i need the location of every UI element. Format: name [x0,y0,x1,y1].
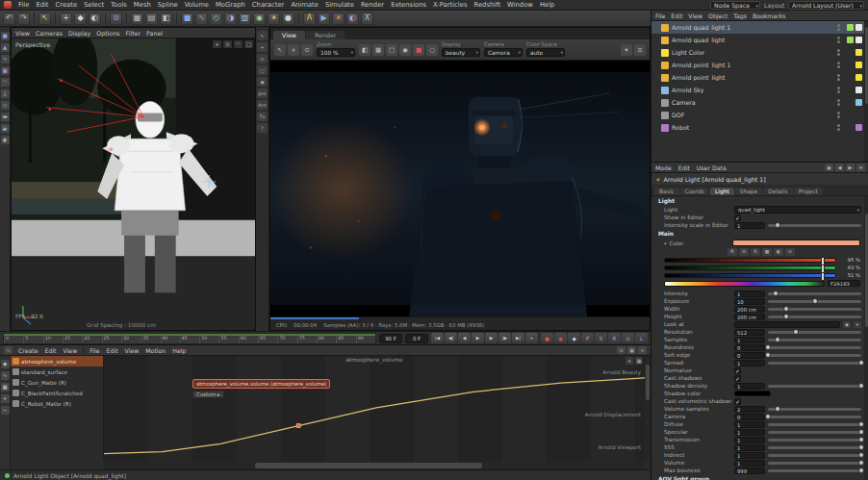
attr-value-field[interactable]: 512 [734,329,765,336]
attr-value-field[interactable]: 1 [734,437,765,443]
object-row-arnold-point-light-1[interactable]: Arnold point_light 1 [651,59,864,71]
render-view-tab-render[interactable]: Render [306,31,345,39]
menu-item-simulate[interactable]: Simulate [325,1,354,9]
attribute-tab-light[interactable]: Light [710,188,734,195]
ruler-tick-25[interactable]: 25 [102,334,121,343]
blue-channel-value[interactable]: 51 % [839,272,860,278]
menu-item-extensions[interactable]: Extensions [391,1,426,9]
slider-knob[interactable] [765,414,771,419]
menu-item-file[interactable]: File [18,1,29,9]
attribute-menu-item-user-data[interactable]: User Data [697,164,727,171]
attr-slider[interactable] [768,439,861,442]
add-pyramid-icon[interactable]: ▲ [1,43,10,52]
scale-tool-icon[interactable]: ◆ [74,13,87,25]
object-row-arnold-quad-light[interactable]: Arnold quad_light [651,34,864,46]
ruler-tick-5[interactable]: 5 [23,334,42,343]
end-frame-field[interactable]: 90 F [379,334,402,343]
timeline-menu-item-help[interactable]: Help [172,347,186,354]
instance-icon[interactable]: ◇ [1,101,10,110]
timeline-ruler[interactable]: 051015202530354045505560657075808590 [3,333,376,344]
record-pla-button[interactable]: L [635,333,648,343]
prev-frame-button[interactable]: ◀ [458,333,471,343]
add-light-icon[interactable]: ☀ [268,13,280,25]
add-camera-icon[interactable]: ◉ [253,13,266,25]
kelvin-mode-button[interactable]: K [751,248,760,256]
key-mode-icon[interactable]: ◆ [1,360,10,368]
green-channel-value[interactable]: 63 % [839,265,860,270]
attr-slider[interactable] [768,462,861,465]
attr-value-field[interactable]: 1 [734,460,765,467]
motion-mode-icon[interactable]: ▦ [1,383,10,392]
object-tag-icon[interactable] [855,37,862,43]
move-tool-icon[interactable]: + [60,13,72,25]
object-tag-icon[interactable] [847,24,854,31]
attr-slider[interactable] [768,385,861,388]
ruler-tick-20[interactable]: 20 [82,334,101,343]
zoom-icon[interactable]: ⊙ [257,54,268,63]
add-generator-icon[interactable]: ◇ [210,13,222,25]
visibility-dots[interactable] [837,74,840,81]
slider-knob[interactable] [773,291,779,296]
pro-button[interactable]: pro [257,88,268,98]
rv-stop-icon[interactable]: ■ [413,44,424,56]
next-key-button[interactable]: |▶ [498,333,511,343]
current-frame-field[interactable]: 0 F [405,334,428,343]
object-tag-icon[interactable] [847,37,854,43]
render-view-icon[interactable]: ▦ [131,13,143,25]
visibility-dots[interactable] [837,124,840,131]
rv-zoom-icon[interactable]: ⊙ [301,44,313,56]
object-row-arnold-quad-light-1[interactable]: Arnold quad_light 1 [651,21,864,34]
attr-slider[interactable] [768,416,861,418]
object-row-camera[interactable]: Camera [651,96,864,109]
attr-checkbox[interactable]: ✓ [734,398,741,405]
timeline-menu-item-motion[interactable]: Motion [145,347,166,354]
slider-knob[interactable] [783,306,789,312]
ruler-tick-90[interactable]: 90 [356,334,375,343]
menu-item-tools[interactable]: Tools [111,1,127,9]
help-icon[interactable]: ? [257,123,268,133]
color-palette-strip[interactable] [664,281,825,287]
live-selection-icon[interactable]: ↖ [38,13,51,25]
add-material-icon[interactable]: ● [282,13,294,25]
selected-key-interpolation[interactable]: Custom ▸ [192,391,224,398]
subdivision-surface-icon[interactable]: ▦ [1,66,10,75]
timeline-menu-item-edit[interactable]: Edit [45,347,57,354]
rv-aov-icon[interactable]: ▾ [621,44,632,56]
menu-item-mesh[interactable]: Mesh [134,1,151,9]
attr-value-field[interactable]: 1 [734,421,765,428]
colorspace-dropdown[interactable]: auto [526,48,565,57]
object-row-arnold-sky[interactable]: Arnold Sky [651,84,864,96]
menu-item-volume[interactable]: Volume [185,1,209,9]
slider-knob[interactable] [793,329,799,335]
arnold-light-icon[interactable]: ☀ [332,13,345,25]
attr-checkbox[interactable]: ✓ [734,215,741,221]
attr-slider[interactable] [768,446,861,449]
next-frame-button[interactable]: ▶ [485,333,498,343]
attr-slider[interactable] [768,308,861,311]
lock-icon[interactable]: ◉ [825,164,833,171]
slider-knob[interactable] [775,222,780,228]
blue-channel-slider[interactable] [664,273,836,278]
add-deformer-icon[interactable]: ◑ [224,13,237,25]
timeline-menu-item-view[interactable]: View [125,347,140,354]
pointer-icon[interactable]: ↖ [257,31,268,40]
slider-knob[interactable] [775,406,780,412]
pan-view-icon[interactable]: + [213,40,221,48]
rotate-view-icon[interactable]: ◠ [234,40,243,48]
toggle-view-icon[interactable]: □ [244,40,253,48]
expand-icon[interactable]: ▾ [664,240,667,246]
add-cube-icon[interactable]: ■ [1,32,10,40]
attr-slider[interactable] [768,331,861,334]
atmosphere_volume[interactable]: atmosphere_volume [11,356,103,366]
rv-pan-icon[interactable]: + [288,44,299,56]
timeline-menu-item-edit[interactable]: Edit [107,347,118,354]
attr-slider[interactable] [768,423,861,426]
visibility-dots[interactable] [837,37,840,43]
object-tag-icon[interactable] [855,74,862,81]
ruler-tick-75[interactable]: 75 [297,334,317,343]
ruler-tick-45[interactable]: 45 [180,334,199,343]
object-tag-icon[interactable] [855,24,862,31]
record-position-button[interactable]: P [581,333,594,343]
render-view-tab-view[interactable]: View [273,31,305,39]
rv-pointer-icon[interactable]: ↖ [274,44,286,56]
